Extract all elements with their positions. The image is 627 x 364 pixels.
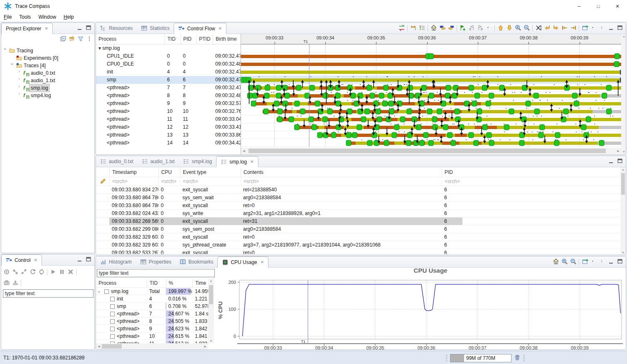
process-row--pthread-[interactable]: <pthread>7709:00:32.4788 [96,84,241,92]
cpu-row--pthread-[interactable]: <pthread>724.607 %1.84 s [96,310,208,318]
heap-status[interactable]: 99M of 770M [450,354,511,362]
next-state-button[interactable] [447,24,455,33]
search-filter-cell[interactable]: <srch> [442,177,462,185]
column-header-birth-time[interactable]: Birth time [213,34,241,44]
column-header-process[interactable]: Process [96,278,147,287]
event-row[interactable]: 09:00:33.680 864 7860exit_syscallret=06 [96,202,626,210]
close-icon[interactable]: ✕ [261,260,264,264]
column-header-event-type[interactable]: Event type [180,167,241,177]
play-button[interactable] [49,268,57,277]
tab-histogram[interactable]: Histogram [96,257,136,267]
stop-button[interactable] [66,268,75,277]
zoom-in-button[interactable] [560,257,569,266]
dots-button[interactable] [598,257,607,266]
tab-bookmarks[interactable]: Bookmarks [175,257,217,267]
min-button[interactable] [607,257,615,266]
cpu-row--pthread-[interactable]: <pthread>1024.615 %1.841 [96,332,208,340]
control-filter-input[interactable] [3,289,93,298]
tab-smp4-log[interactable]: smp4.log [179,156,216,167]
maximize-button[interactable] [84,255,93,264]
event-row[interactable]: 09:00:33.680 864 7860sys_sem_waitarg0=21… [96,194,626,202]
window-close-button[interactable]: ✕ [608,0,627,12]
collapse-all-button[interactable] [59,35,67,44]
cpu-usage-chart[interactable]: 010020009:00:3309:00:3409:00:3509:00:360… [216,268,626,350]
scrollbar-thumb[interactable] [102,344,122,349]
drag-grip[interactable] [523,354,525,362]
legend-button[interactable] [418,24,426,33]
add-bookmark-button[interactable] [458,24,467,33]
row-checkbox[interactable] [110,312,115,316]
column-header-pid[interactable]: PID [442,167,462,177]
tab-smp-log[interactable]: smp.log✕ [216,156,258,167]
hide-arrows-button[interactable] [534,24,543,33]
column-header-process[interactable]: Process [96,34,165,44]
new-connection-button[interactable] [11,268,20,277]
search-filter-cell[interactable]: <srch> [180,177,241,185]
tree-item-smp-log[interactable]: fsmp.log [1,84,94,92]
sync-button[interactable] [37,268,46,277]
follow-back-button[interactable] [543,24,551,33]
vertical-scrollbar[interactable]: ▲▼ [208,278,214,343]
pause-button[interactable] [57,268,66,277]
column-header-pid[interactable]: PID [180,34,196,44]
close-icon[interactable]: ✕ [219,26,222,31]
cpu-row--pthread-[interactable]: <pthread>824.505 %1.833 [96,318,208,325]
tab-audio-0-txt[interactable]: audio_0.txt [96,156,138,167]
event-row[interactable]: 09:00:33.682 329 6030exit_syscallret=06 [96,233,626,241]
node-button[interactable] [20,268,28,277]
cpu-row-smp-log[interactable]: smp.logTotal199.997 %14.959 [96,288,208,295]
minimize-button[interactable] [75,24,84,33]
process-row--pthread-[interactable]: <pthread>101009:00:32.7662 [96,107,241,115]
prev-state-button[interactable] [438,24,447,33]
window-minimize-button[interactable]: ─ [570,0,589,12]
minimize-button[interactable] [607,157,615,166]
row-checkbox[interactable] [110,297,115,301]
column-header-time[interactable]: Time [192,278,208,287]
home-button[interactable] [551,257,560,266]
column-header-timestamp[interactable]: Timestamp [109,167,158,177]
process-row--pthread-[interactable]: <pthread>111109:00:33.0404 [96,115,241,123]
dropdown-button[interactable] [589,257,598,266]
new-view-button[interactable] [580,24,589,33]
dropdown-button[interactable] [484,24,493,33]
tab-project-explorer[interactable]: Project Explorer✕ [1,23,53,34]
tab-statistics[interactable]: Statistics [137,23,174,34]
process-row--pthread-[interactable]: <pthread>131309:00:33.8687 [96,131,241,139]
menu-tools[interactable]: Tools [15,14,34,20]
column-header-tid[interactable]: TIDˇ [147,278,166,287]
row-checkbox[interactable] [110,334,115,339]
expander-icon[interactable]: ▾ [98,45,102,51]
view-menu-button[interactable] [85,35,93,44]
process-row--pthread-[interactable]: <pthread>121209:00:33.4134 [96,123,241,131]
horizontal-scrollbar[interactable]: ◀▶ [241,148,621,154]
scrollbar-thumb[interactable] [248,149,606,153]
tree-item-tracing[interactable]: Tracing [1,47,94,54]
menu-help[interactable]: Help [60,14,78,20]
dropdown-button[interactable] [589,24,598,33]
new-view-button[interactable] [580,257,589,266]
control-flow-chart[interactable] [241,44,621,147]
expander-icon[interactable] [98,289,102,295]
process-row--pthread-[interactable]: <pthread>8809:00:32.4843 [96,92,241,100]
row-checkbox[interactable] [110,327,115,331]
tree-item-audio-1-txt[interactable]: faudio_1.txt [1,77,94,84]
vertical-scrollbar[interactable]: ▲▼ [620,167,626,255]
event-row[interactable]: 09:00:33.682 299 0860sys_sem_postarg0=21… [96,225,626,233]
cpu-filter-input[interactable] [97,269,215,277]
events-search-row[interactable]: <srch><srch><srch><srch><srch> [96,177,620,186]
process-row-cpu1-idle[interactable]: CPU1_IDLE0009:00:32.4789 [96,52,241,60]
connect-button[interactable] [2,268,11,277]
home-button[interactable] [429,24,438,33]
maximize-button[interactable] [84,24,93,33]
vertical-scrollbar[interactable]: ▲▼ [621,34,626,154]
exchange-button[interactable] [409,24,418,33]
tree-item-experiments-0-[interactable]: Experiments [0] [1,54,94,62]
filter-button[interactable] [76,35,85,44]
dots-button[interactable] [598,24,607,33]
prev-marker-button[interactable] [467,24,476,33]
process-row--pthread-[interactable]: <pthread>141409:00:34.4262 [96,139,241,147]
process-row-smp-log[interactable]: ▾ smp.log [96,44,241,52]
menu-file[interactable]: File [0,14,15,20]
horizontal-scrollbar[interactable]: ◀▶ [96,343,208,349]
tree-item-audio-0-txt[interactable]: faudio_0.txt [1,69,94,77]
